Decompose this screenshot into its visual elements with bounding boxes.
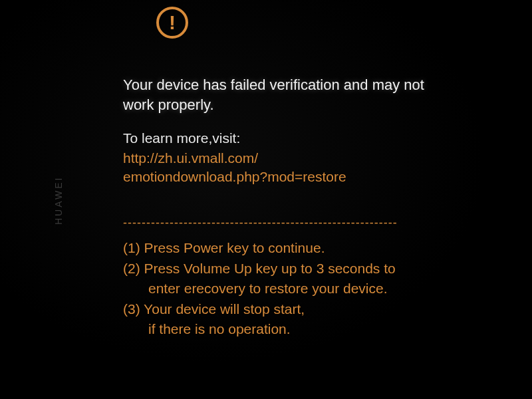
instruction-2-cont: enter erecovery to restore your device. <box>123 279 456 299</box>
device-brand-label: HUAWEI <box>53 176 64 225</box>
learn-more-label: To learn more,visit: <box>123 129 456 147</box>
url-line-2: emotiondownload.php?mod=restore <box>123 169 346 184</box>
instruction-2: (2) Press Volume Up key up to 3 seconds … <box>123 259 456 279</box>
instruction-3-cont: if there is no operation. <box>123 319 456 339</box>
restore-url: http://zh.ui.vmall.com/ emotiondownload.… <box>123 149 456 187</box>
url-line-1: http://zh.ui.vmall.com/ <box>123 150 258 166</box>
warning-icon: ! <box>156 7 188 39</box>
instructions-list: (1) Press Power key to continue. (2) Pre… <box>123 238 456 339</box>
divider-line: ----------------------------------------… <box>123 216 459 230</box>
instruction-1: (1) Press Power key to continue. <box>123 238 456 258</box>
exclamation-glyph: ! <box>169 13 176 33</box>
boot-warning-screen: ! Your device has failed verification an… <box>123 7 456 340</box>
instruction-3: (3) Your device will stop start, <box>123 299 456 319</box>
verification-failed-message: Your device has failed verification and … <box>123 75 456 114</box>
